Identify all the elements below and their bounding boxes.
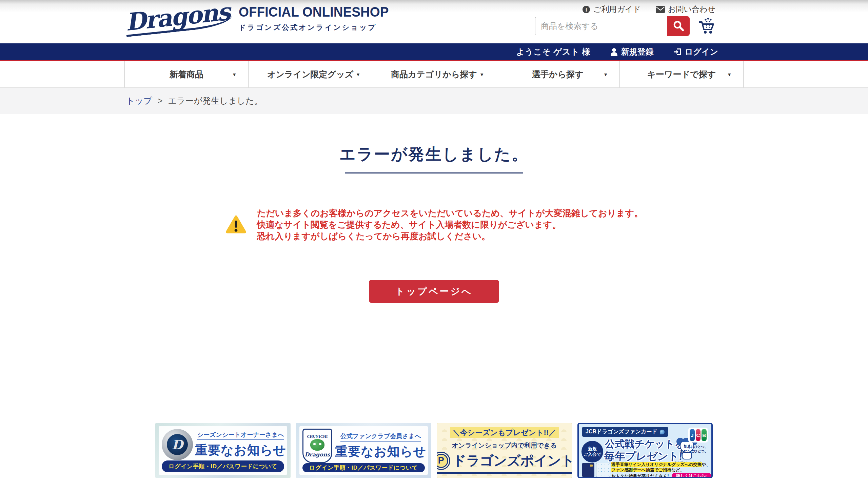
- warning-icon: [225, 214, 247, 235]
- nav-item-category[interactable]: 商品カテゴリから探す ▼: [372, 61, 496, 87]
- banner-audience-label: シーズンシートオーナーさまへ: [197, 431, 284, 440]
- login-icon: [673, 48, 682, 56]
- jcb-tagline: 世界にひとつ、 あなたにひとつ。: [680, 445, 708, 453]
- owner-medal-icon: D: [162, 429, 193, 460]
- login-link[interactable]: ログイン: [673, 46, 718, 57]
- error-text: ただいま多くのお客様からのアクセスをいただいているため、サイトが大変混雑しており…: [257, 207, 643, 242]
- welcome-text: ようこそ ゲスト 様: [516, 46, 590, 57]
- banner-dragons-point[interactable]: ＼今シーズンもプレゼント!!／ オンラインショップ内で利用できる P ドラゴンズ…: [437, 423, 572, 478]
- error-notice: ただいま多くのお客様からのアクセスをいただいているため、サイトが大変混雑しており…: [0, 207, 868, 242]
- chevron-down-icon: ▼: [603, 72, 608, 77]
- banner-title: 重要なお知らせ: [195, 442, 286, 459]
- banner-usage-label: オンラインショップ内で利用できる: [452, 441, 557, 450]
- dragons-logo-script: Dragons: [124, 0, 233, 37]
- card-images: [582, 463, 610, 477]
- new-member-badge: 新規 ご入会で: [581, 441, 603, 463]
- search-area: [535, 16, 715, 36]
- banner-season-seat[interactable]: D シーズンシートオーナーさまへ 重要なお知らせ ログイン手順・ID／パスワード…: [155, 423, 291, 478]
- banner-pill-label: ログイン手順・ID／パスワードについて: [302, 463, 425, 472]
- breadcrumb-separator: >: [158, 96, 163, 106]
- svg-text:i: i: [586, 7, 587, 12]
- header-utility-links: i ご利用ガイド お問い合わせ: [582, 4, 715, 15]
- site-header: Dragons OFFICIAL ONLINESHOP ドラゴンズ公式オンライン…: [0, 0, 868, 43]
- chevron-down-icon: ▼: [232, 72, 237, 77]
- banner-pill-label: ログイン手順・ID／パスワードについて: [162, 460, 284, 472]
- mail-icon: [656, 6, 665, 13]
- fish-logo-icon: [660, 430, 665, 434]
- main-nav: 新着商品 ▼ オンライン限定グッズ ▼ 商品カテゴリから探す ▼ 選手から探す …: [0, 61, 868, 88]
- guide-link[interactable]: i ご利用ガイド: [582, 4, 641, 15]
- error-line: ただいま多くのお客様からのアクセスをいただいているため、サイトが大変混雑しており…: [257, 207, 643, 219]
- banner-fanclub[interactable]: CHUNICHI Dragons 公式ファンクラブ会員さまへ 重要なお知らせ ロ…: [296, 423, 431, 478]
- user-icon: [610, 48, 618, 56]
- register-link[interactable]: 新規登録: [610, 46, 654, 57]
- benefit-list: 選手直筆サイン入りオリジナルグッズへの交換や、 ファン感謝デーへ抽選でご招待など…: [611, 462, 711, 478]
- top-page-button[interactable]: トップページへ: [369, 280, 499, 303]
- contact-link[interactable]: お問い合わせ: [656, 4, 715, 15]
- banner-title: ドラゴンズポイント: [453, 451, 572, 470]
- fan-card-icon: [582, 463, 594, 477]
- fan-card-icon: [596, 463, 610, 477]
- details-button[interactable]: 詳しくはこちら›: [672, 473, 712, 478]
- page-title: エラーが発生しました。: [0, 146, 868, 162]
- banner-title: 重要なお知らせ: [335, 443, 426, 460]
- nav-item-keyword[interactable]: キーワードで探す ▼: [619, 61, 744, 87]
- jcb-card-name-label: JCBドラゴンズファンカード: [582, 427, 668, 437]
- breadcrumb: トップ > エラーが発生しました。: [0, 88, 868, 114]
- breadcrumb-current: エラーが発生しました。: [168, 95, 262, 106]
- main-content: エラーが発生しました。 ただいま多くのお客様からのアクセスをいただいているため、…: [0, 146, 868, 303]
- dragons-logo[interactable]: Dragons OFFICIAL ONLINESHOP ドラゴンズ公式オンライン…: [125, 4, 398, 32]
- error-line: 恐れ入りますがしばらくたってから再度お試しください。: [257, 230, 643, 242]
- logo-subtitle: ドラゴンズ公式オンラインショップ: [239, 23, 398, 32]
- title-underline: [345, 172, 523, 173]
- search-button[interactable]: [667, 16, 690, 36]
- search-icon: [672, 20, 685, 32]
- jcb-logo-icon: J C B: [688, 428, 708, 443]
- info-icon: i: [582, 5, 590, 14]
- chevron-down-icon: ▼: [479, 72, 484, 77]
- nav-item-new-arrivals[interactable]: 新着商品 ▼: [124, 61, 248, 87]
- banner-title: 公式戦チケットを 毎年プレゼント!: [604, 438, 683, 464]
- banner-row: D シーズンシートオーナーさまへ 重要なお知らせ ログイン手順・ID／パスワード…: [0, 423, 868, 478]
- logo-title: OFFICIAL ONLINESHOP: [239, 4, 389, 20]
- chevron-down-icon: ▼: [356, 72, 360, 77]
- banner-jcb-fancard[interactable]: JCBドラゴンズファンカード 新規 ご入会で 公式戦チケットを 毎年プレゼント!…: [577, 423, 713, 478]
- cart-button[interactable]: [697, 18, 715, 35]
- user-bar: ようこそ ゲスト 様 新規登録 ログイン: [0, 43, 868, 61]
- cart-icon: [697, 18, 715, 35]
- dragon-mascot-icon: [310, 439, 324, 451]
- nav-item-player[interactable]: 選手から探す ▼: [496, 61, 619, 87]
- dragons-crest-icon: CHUNICHI Dragons: [302, 429, 332, 463]
- error-line: 快適なサイト閲覧をご提供するため、サイト入場者数に限りがございます。: [257, 219, 643, 230]
- point-coin-icon: P: [437, 453, 449, 469]
- search-input[interactable]: [535, 17, 667, 35]
- chevron-down-icon: ▼: [727, 72, 732, 77]
- breadcrumb-home-link[interactable]: トップ: [126, 95, 152, 106]
- banner-present-label: ＼今シーズンもプレゼント!!／: [450, 427, 559, 438]
- page: Dragons OFFICIAL ONLINESHOP ドラゴンズ公式オンライン…: [0, 0, 868, 493]
- banner-audience-label: 公式ファンクラブ会員さまへ: [340, 432, 421, 441]
- nav-item-online-limited[interactable]: オンライン限定グッズ ▼: [248, 61, 372, 87]
